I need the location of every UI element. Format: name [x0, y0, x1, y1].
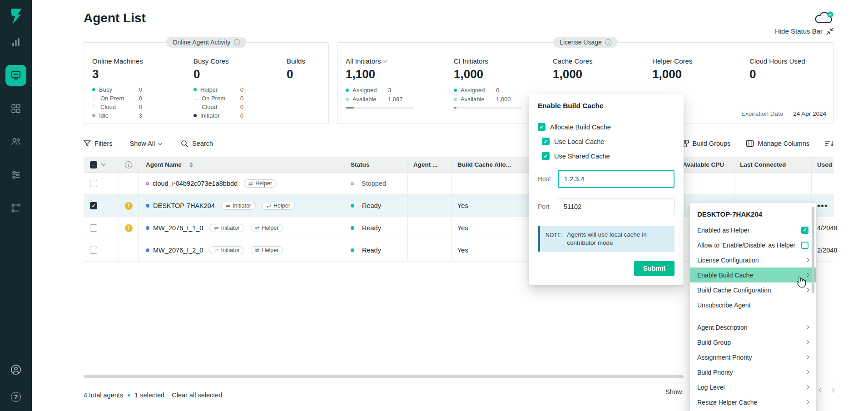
all-initiators-dropdown[interactable]: All Initiators [346, 57, 446, 65]
manage-columns-button[interactable]: Manage Columns [746, 139, 809, 148]
sidebar-item-account[interactable] [5, 359, 26, 380]
activity-badge[interactable]: Online Agent Activity i [166, 37, 247, 48]
agent-name: MW_2076_I_2_0 [153, 247, 203, 254]
search-button[interactable]: Search [181, 140, 213, 148]
menu-item-unsubscribe-agent[interactable]: Unsubscribe Agent [690, 297, 816, 312]
legend-assigned: Assigned 3 [346, 85, 422, 94]
row-checkbox[interactable]: ✓ [90, 202, 97, 209]
row-checkbox[interactable] [90, 180, 97, 187]
next-page-icon[interactable] [829, 387, 834, 392]
clear-selected-link[interactable]: Clear all selected [172, 391, 222, 399]
menu-item-allow-enable-disable[interactable]: Allow to 'Enable/Disable' as Helper [690, 238, 816, 253]
show-all-dropdown[interactable]: Show All [129, 140, 162, 147]
initiator-icon: ⇌ [226, 203, 230, 209]
warning-icon[interactable]: ! [125, 202, 133, 210]
cloud-status-icon[interactable] [814, 11, 834, 26]
use-shared-cache-label: Use Shared Cache [554, 153, 610, 160]
filters-button[interactable]: Filters [84, 140, 112, 147]
license-badge[interactable]: License Usage i [553, 37, 618, 48]
host-input[interactable] [558, 170, 675, 188]
hide-status-bar[interactable]: Hide Status Bar [84, 27, 834, 35]
enable-build-cache-modal: Enable Build Cache ✓ Allocate Build Cach… [529, 94, 684, 285]
build-groups-button[interactable]: Build Groups [681, 139, 731, 148]
used-helper-value: 4/2048 [817, 224, 837, 232]
port-input[interactable] [558, 198, 675, 215]
checkbox-checked-icon[interactable]: ✓ [542, 138, 550, 145]
checkbox-unchecked-icon[interactable] [801, 242, 808, 249]
sidebar-item-builds[interactable] [5, 98, 26, 119]
sort-button[interactable] [825, 139, 834, 148]
header-last-connected[interactable]: Last Connected [734, 157, 811, 172]
initiator-icon: ⇌ [214, 247, 218, 253]
sidebar-item-agents[interactable] [5, 65, 26, 86]
menu-item-build-group[interactable]: Build Group [690, 335, 816, 350]
chevron-right-icon [805, 340, 809, 345]
menu-item-agent-description[interactable]: Agent Description [690, 320, 816, 335]
allocate-build-cache-checkbox-row[interactable]: ✓ Allocate Build Cache [538, 123, 675, 131]
header-available-cpu[interactable]: Available CPU [677, 157, 734, 172]
sidebar-item-help[interactable]: ? [5, 386, 26, 407]
header-used-helper[interactable]: Used He... [811, 157, 834, 172]
sidebar-item-settings[interactable] [5, 164, 26, 185]
agent-dot [146, 248, 149, 252]
select-all-checkbox[interactable]: – [90, 161, 97, 168]
helper-cores-label: Helper Cores [652, 57, 741, 65]
app-logo[interactable] [0, 0, 32, 32]
use-local-cache-checkbox-row[interactable]: ✓ Use Local Cache [542, 138, 675, 145]
header-build-cache[interactable]: Build Cache Allo... [451, 157, 526, 172]
agents-icon [10, 70, 21, 81]
agent-dot [146, 226, 149, 230]
menu-item-assignment-priority[interactable]: Assignment Priority [690, 350, 816, 365]
menu-item-enable-build-cache[interactable]: Enable Build Cache [690, 267, 816, 282]
prev-page-icon[interactable] [818, 387, 823, 392]
agent-name: DESKTOP-7HAK204 [153, 202, 215, 209]
row-checkbox[interactable] [90, 224, 97, 232]
ready-dot [351, 226, 354, 230]
online-machines-col: Online Machines 3 Busy 0 On Prem 0 [84, 43, 186, 124]
cloud-hours-label: Cloud Hours Used [749, 57, 833, 65]
allocate-build-cache-label: Allocate Build Cache [550, 124, 611, 131]
busy-cores-label: Busy Cores [193, 57, 280, 65]
table-row[interactable]: cloud_i-04b92c073e1a8bbdd ⇄Helper Stoppe… [84, 173, 834, 195]
context-menu-scrollbar[interactable] [812, 207, 814, 293]
initiator-chip: ⇌Initiator [209, 224, 244, 232]
cloud-hours-col: Cloud Hours Used 0 Expiration Date 24 Ap… [741, 43, 833, 124]
row-menu-button[interactable]: ••• [817, 203, 828, 208]
helper-chip: ⇄Helper [262, 202, 295, 210]
status-text: Ready [362, 202, 381, 209]
checkbox-checked-icon[interactable]: ✓ [801, 227, 808, 234]
sidebar-item-pipeline[interactable] [5, 198, 26, 218]
all-initiators-value: 1,100 [346, 67, 446, 81]
header-agent-name[interactable]: Agent Name [138, 157, 345, 172]
selection-dropdown-icon[interactable] [101, 162, 106, 166]
info-icon: i [233, 39, 240, 45]
swap-icon: ⇄ [255, 225, 260, 231]
avatar-icon [10, 364, 21, 375]
agent-name: MW_2076_I_1_0 [153, 224, 203, 232]
legend-onprem: On Prem 0 [193, 94, 243, 103]
used-helper-value: 2/2048 [817, 247, 837, 254]
menu-item-log-level[interactable]: Log Level [690, 380, 816, 395]
menu-item-resize-helper-cache[interactable]: Resize Helper Cache [690, 395, 816, 410]
menu-item-license-configuration[interactable]: License Configuration [690, 253, 816, 267]
checkbox-checked-icon[interactable]: ✓ [542, 152, 550, 160]
menu-item-build-priority[interactable]: Build Priority [690, 365, 816, 380]
warning-icon[interactable]: ! [125, 224, 133, 232]
row-checkbox[interactable] [90, 247, 97, 254]
header-status[interactable]: Status [345, 157, 407, 172]
menu-item-build-cache-configuration[interactable]: Build Cache Configuration [690, 282, 816, 297]
header-agent[interactable]: Agent ... [407, 157, 451, 172]
swap-icon: ⇄ [248, 180, 253, 187]
checkbox-checked-icon[interactable]: ✓ [538, 123, 546, 131]
submit-button[interactable]: Submit [634, 261, 675, 276]
port-label: Port [538, 203, 558, 210]
menu-item-enabled-as-helper[interactable]: Enabled as Helper ✓ [690, 223, 816, 238]
sidebar-item-analytics[interactable] [5, 32, 26, 53]
table-header-row: – i Agent Name Status Agent ... Build Ca… [84, 157, 834, 173]
sidebar-item-users[interactable] [5, 131, 26, 152]
modal-title: Enable Build Cache [538, 102, 675, 116]
online-machines-value: 3 [92, 67, 186, 81]
use-shared-cache-checkbox-row[interactable]: ✓ Use Shared Cache [542, 152, 675, 160]
ready-dot [351, 204, 354, 208]
cloud-agent-dot [146, 182, 149, 185]
